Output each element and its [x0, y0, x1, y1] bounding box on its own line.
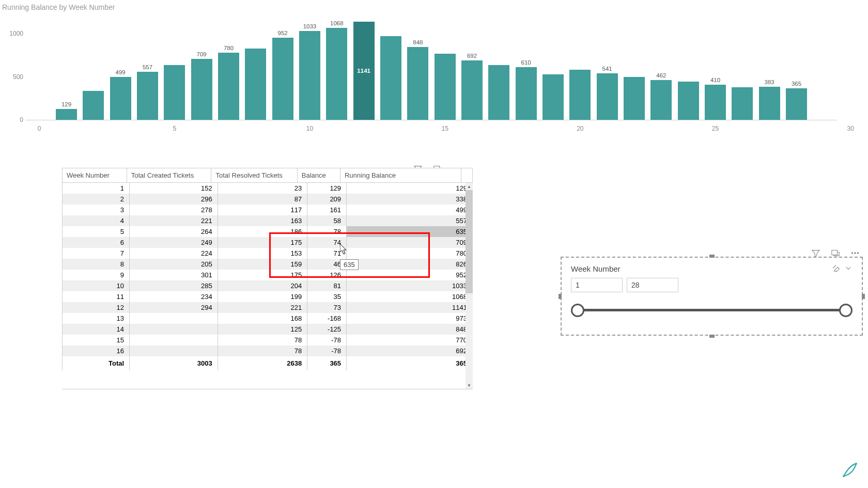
chart-bar[interactable]: 1068: [326, 28, 347, 120]
table-cell[interactable]: 161: [307, 204, 347, 215]
table-cell[interactable]: 224: [130, 248, 218, 259]
table-cell[interactable]: 1033: [347, 280, 473, 291]
table-cell[interactable]: 74: [307, 237, 347, 248]
table-cell[interactable]: 4: [63, 215, 130, 226]
chart-bar[interactable]: 383: [759, 87, 780, 120]
scroll-up-icon[interactable]: ▲: [466, 183, 473, 190]
column-header[interactable]: Week Number: [63, 168, 127, 183]
table-cell[interactable]: 168: [218, 313, 307, 324]
slider-handle-min[interactable]: [571, 304, 584, 317]
chart-bar[interactable]: 692: [461, 60, 483, 120]
chevron-down-icon[interactable]: [844, 264, 853, 274]
table-cell[interactable]: [130, 324, 218, 335]
table-cell[interactable]: 780: [347, 248, 473, 259]
table-cell[interactable]: 973: [347, 313, 473, 324]
table-cell[interactable]: 15: [63, 335, 130, 345]
table-row[interactable]: 722415371780: [63, 248, 473, 259]
table-row[interactable]: 13168-168973: [63, 313, 473, 324]
table-cell[interactable]: 221: [218, 302, 307, 313]
scroll-down-icon[interactable]: ▼: [466, 382, 473, 389]
chart-bar[interactable]: 952: [272, 38, 293, 120]
slider-handle-max[interactable]: [839, 304, 853, 317]
chart-bar[interactable]: 557: [137, 72, 158, 120]
chart-bar[interactable]: [678, 82, 699, 120]
table-row[interactable]: 11234199351068: [63, 291, 473, 302]
column-header[interactable]: Running Balance: [340, 168, 461, 183]
chart-bar[interactable]: 1141: [353, 22, 375, 120]
table-cell[interactable]: 9: [63, 270, 130, 280]
table-cell[interactable]: 692: [347, 345, 473, 356]
data-table[interactable]: Week NumberTotal Created TicketsTotal Re…: [62, 168, 473, 183]
table-cell[interactable]: 301: [130, 270, 218, 280]
table-cell[interactable]: 199: [218, 291, 307, 302]
table-row[interactable]: 1578-78770: [63, 335, 473, 345]
chart-bar[interactable]: [569, 70, 591, 120]
table-cell[interactable]: 186: [218, 226, 307, 237]
table-cell[interactable]: 14: [63, 324, 130, 335]
table-row[interactable]: 12294221731141: [63, 302, 473, 313]
table-cell[interactable]: 35: [307, 291, 347, 302]
table-cell[interactable]: 16: [63, 345, 130, 356]
chart-bar[interactable]: [83, 91, 104, 120]
selection-handle[interactable]: [709, 335, 715, 338]
table-cell[interactable]: 78: [307, 226, 347, 237]
table-cell[interactable]: 952: [347, 270, 473, 280]
table-cell[interactable]: [130, 345, 218, 356]
chart-canvas[interactable]: 05001000 1294995577097809521033106811418…: [26, 17, 837, 135]
table-cell[interactable]: 129: [347, 183, 473, 194]
table-cell[interactable]: 1141: [347, 302, 473, 313]
table-cell[interactable]: 7: [63, 248, 130, 259]
table-cell[interactable]: 5: [63, 226, 130, 237]
column-header[interactable]: Total Resolved Tickets: [211, 168, 297, 183]
table-cell[interactable]: 126: [307, 270, 347, 280]
table-row[interactable]: 526418678635: [63, 226, 473, 237]
table-cell[interactable]: 153: [218, 248, 307, 259]
table-row[interactable]: 10285204811033: [63, 280, 473, 291]
chart-bar[interactable]: 709: [191, 59, 212, 120]
table-cell[interactable]: 13: [63, 313, 130, 324]
table-cell[interactable]: 3: [63, 204, 130, 215]
table-cell[interactable]: 81: [307, 280, 347, 291]
table-cell[interactable]: 1068: [347, 291, 473, 302]
table-cell[interactable]: 117: [218, 204, 307, 215]
table-cell[interactable]: 770: [347, 335, 473, 345]
table-row[interactable]: 1678-78692: [63, 345, 473, 356]
table-cell[interactable]: 12: [63, 302, 130, 313]
table-cell[interactable]: 557: [347, 215, 473, 226]
table-cell[interactable]: 87: [218, 194, 307, 204]
table-cell[interactable]: -168: [307, 313, 347, 324]
selection-handle[interactable]: [559, 294, 562, 299]
chart-bar[interactable]: 499: [110, 77, 131, 120]
chart-bar[interactable]: [542, 74, 564, 120]
slicer-max-input[interactable]: [627, 278, 678, 292]
table-cell[interactable]: [130, 313, 218, 324]
column-header[interactable]: Total Created Tickets: [127, 168, 211, 183]
table-cell[interactable]: 1: [63, 183, 130, 194]
table-cell[interactable]: 175: [218, 237, 307, 248]
chart-bar[interactable]: [164, 65, 185, 120]
table-cell[interactable]: 278: [130, 204, 218, 215]
table-cell[interactable]: 635: [347, 226, 473, 237]
table-row[interactable]: 820515946826: [63, 259, 473, 270]
slicer-card[interactable]: Week Number: [561, 257, 863, 336]
chart-bar[interactable]: 848: [407, 47, 428, 120]
table-cell[interactable]: 234: [130, 291, 218, 302]
table-cell[interactable]: 285: [130, 280, 218, 291]
table-cell[interactable]: 848: [347, 324, 473, 335]
chart-bar[interactable]: 410: [705, 85, 726, 120]
table-cell[interactable]: -78: [307, 345, 347, 356]
table-cell[interactable]: 294: [130, 302, 218, 313]
table-row[interactable]: 14125-125848: [63, 324, 473, 335]
selection-handle[interactable]: [709, 255, 715, 258]
selection-handle[interactable]: [862, 294, 865, 299]
table-cell[interactable]: 152: [130, 183, 218, 194]
chart-bar[interactable]: [435, 54, 456, 120]
table-cell[interactable]: 205: [130, 259, 218, 270]
table-cell[interactable]: 204: [218, 280, 307, 291]
table-cell[interactable]: 23: [218, 183, 307, 194]
table-cell[interactable]: 78: [218, 335, 307, 345]
chart-bar[interactable]: [732, 87, 753, 120]
table-cell[interactable]: 73: [307, 302, 347, 313]
chart-bar[interactable]: 1033: [299, 31, 320, 120]
chart-bar[interactable]: [488, 65, 509, 120]
